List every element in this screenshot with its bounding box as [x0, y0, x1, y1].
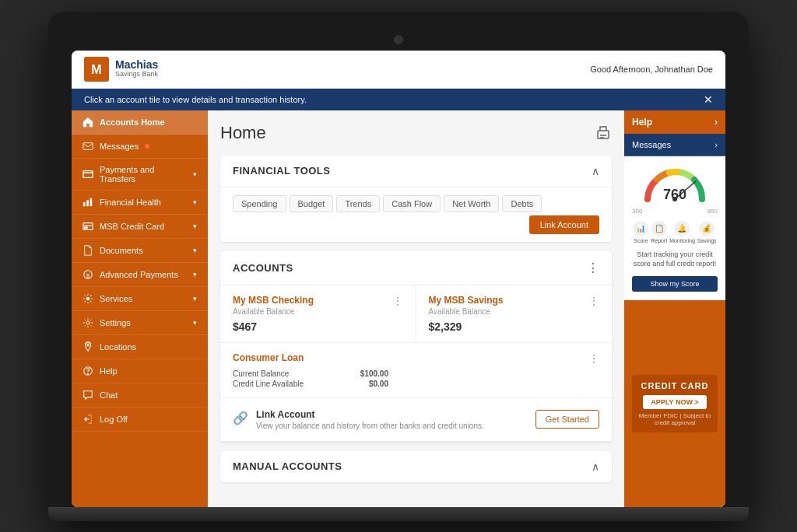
sidebar-label: Messages — [100, 142, 139, 151]
financial-tools-section: FINANCIAL TOOLS ∧ Spending Budget Trends… — [220, 156, 612, 242]
sidebar-item-advanced[interactable]: $ Advanced Payments ▾ — [72, 263, 208, 287]
transfer-icon — [83, 169, 93, 180]
sidebar-label: Advanced Payments — [100, 270, 178, 279]
report-icon-label: Report — [651, 238, 667, 243]
tab-debts[interactable]: Debts — [502, 195, 542, 212]
manual-accounts-section: MANUAL ACCOUNTS ∧ — [220, 451, 612, 482]
svg-rect-6 — [86, 200, 89, 206]
credit-score-widget: 760 300 850 📊 Score 📋 Report — [624, 156, 725, 300]
chart-icon — [83, 197, 93, 208]
sidebar-item-chat[interactable]: Chat — [72, 383, 208, 408]
score-icon-label: Score — [634, 238, 648, 243]
sidebar-label: Payments and Transfers — [100, 165, 187, 184]
score-icon-monitoring[interactable]: 🔔 Monitoring — [669, 221, 695, 243]
link-account-title: Link Account — [256, 409, 484, 420]
savings-menu-button[interactable]: ⋮ — [588, 295, 599, 307]
sidebar-item-accounts-home[interactable]: Accounts Home — [72, 110, 208, 135]
score-icon-score[interactable]: 📊 Score — [633, 221, 648, 243]
arrow-icon: ▾ — [193, 198, 197, 206]
logo-name: Machias — [115, 59, 158, 71]
link-account-desc: View your balance and history from other… — [256, 422, 484, 430]
sidebar-label: Documents — [100, 246, 143, 255]
sidebar-label: MSB Credit Card — [100, 222, 164, 231]
link-account-row: 🔗 Link Account View your balance and his… — [220, 398, 612, 442]
accounts-title: ACCOUNTS — [233, 262, 293, 274]
sidebar-item-financial-health[interactable]: Financial Health ▾ — [72, 191, 208, 215]
financial-tools-title: FINANCIAL TOOLS — [233, 165, 330, 177]
svg-rect-2 — [83, 142, 93, 149]
sidebar-item-msb-credit[interactable]: MSB Credit Card ▾ — [72, 215, 208, 239]
tab-cashflow[interactable]: Cash Flow — [383, 195, 441, 212]
top-bar: M Machias Savings Bank Good Afternoon, J… — [72, 51, 725, 89]
loan-balance: $100.00 — [360, 369, 388, 378]
arrow-icon: ▾ — [193, 319, 197, 327]
sidebar-item-locations[interactable]: Locations — [72, 335, 208, 359]
cc-ad-title: CREDIT CARD — [638, 381, 711, 390]
sidebar-item-documents[interactable]: Documents ▾ — [72, 239, 208, 263]
sidebar: Accounts Home Messages Payments and Tran… — [72, 110, 208, 507]
location-icon — [83, 341, 93, 352]
link-icon: 🔗 — [233, 411, 248, 425]
banner-text: Click an account tile to view details an… — [84, 95, 307, 104]
loan-balance-label: Current Balance — [233, 369, 289, 378]
savings-balance: $2,329 — [429, 320, 600, 333]
print-icon[interactable] — [595, 124, 612, 142]
link-account-financial-button[interactable]: Link Account — [529, 215, 599, 234]
close-banner-button[interactable]: ✕ — [704, 93, 713, 106]
home-icon — [83, 117, 93, 128]
accounts-menu-button[interactable]: ⋮ — [587, 261, 599, 275]
savings-icon-label: Savings — [697, 238, 717, 243]
arrow-icon: ▾ — [193, 295, 197, 303]
sidebar-item-logoff[interactable]: Log Off — [72, 408, 208, 432]
tab-budget[interactable]: Budget — [290, 195, 334, 212]
gear-icon — [83, 317, 93, 328]
account-tile-savings[interactable]: My MSB Savings Available Balance ⋮ $2,32… — [416, 285, 613, 343]
apply-now-button[interactable]: APPLY NOW > — [643, 395, 706, 409]
help-bar[interactable]: Help › — [624, 110, 725, 134]
show-score-button[interactable]: Show my Score — [632, 276, 718, 292]
score-icons-row: 📊 Score 📋 Report 🔔 Monitoring 💰 — [632, 221, 718, 243]
laptop-base — [48, 507, 749, 521]
collapse-financial-tools-button[interactable]: ∧ — [592, 165, 599, 177]
content-area: Home FINANCIAL TOOLS ∧ Spending — [208, 110, 624, 507]
tab-trends[interactable]: Trends — [336, 195, 380, 212]
get-started-button[interactable]: Get Started — [535, 410, 599, 429]
checking-menu-button[interactable]: ⋮ — [392, 295, 403, 307]
checking-balance: $467 — [233, 320, 403, 333]
loan-menu-button[interactable]: ⋮ — [588, 352, 599, 365]
messages-bar[interactable]: Messages › — [624, 134, 725, 156]
svg-point-15 — [87, 344, 90, 346]
tracking-text: Start tracking your credit score and ful… — [632, 250, 718, 269]
sidebar-label: Help — [100, 366, 118, 376]
score-icon: 📊 — [633, 221, 648, 236]
sidebar-item-messages[interactable]: Messages — [72, 135, 208, 159]
info-banner: Click an account tile to view details an… — [72, 89, 725, 110]
advanced-icon: $ — [83, 269, 93, 280]
arrow-icon: ▾ — [193, 170, 197, 178]
tab-networth[interactable]: Net Worth — [444, 195, 499, 212]
sidebar-item-services[interactable]: Services ▾ — [72, 287, 208, 311]
sidebar-item-settings[interactable]: Settings ▾ — [72, 311, 208, 335]
sidebar-item-payments[interactable]: Payments and Transfers ▾ — [72, 159, 208, 191]
accounts-header: ACCOUNTS ⋮ — [220, 251, 612, 285]
savings-account-name: My MSB Savings — [429, 295, 504, 306]
score-icon-savings[interactable]: 💰 Savings — [697, 221, 717, 243]
credit-gauge: 760 — [640, 164, 710, 203]
monitoring-icon: 🔔 — [674, 221, 690, 236]
account-tile-loan[interactable]: Consumer Loan ⋮ Current Balance $100.00 … — [220, 343, 612, 398]
loan-account-name: Consumer Loan — [233, 352, 304, 365]
sidebar-label: Services — [100, 294, 132, 303]
financial-tools-header: FINANCIAL TOOLS ∧ — [220, 156, 612, 187]
envelope-icon — [83, 141, 93, 152]
tab-spending[interactable]: Spending — [233, 195, 286, 212]
svg-point-14 — [86, 320, 90, 324]
account-tile-checking[interactable]: My MSB Checking Available Balance ⋮ $467 — [220, 285, 416, 343]
page-title: Home — [220, 123, 266, 143]
collapse-manual-accounts-button[interactable]: ∧ — [592, 460, 599, 473]
logo-area: M Machias Savings Bank — [84, 57, 158, 82]
chat-icon — [83, 390, 93, 401]
sidebar-item-help[interactable]: Help — [72, 359, 208, 383]
main-layout: Accounts Home Messages Payments and Tran… — [72, 110, 725, 507]
page-title-row: Home — [220, 123, 612, 143]
score-icon-report[interactable]: 📋 Report — [651, 221, 667, 243]
